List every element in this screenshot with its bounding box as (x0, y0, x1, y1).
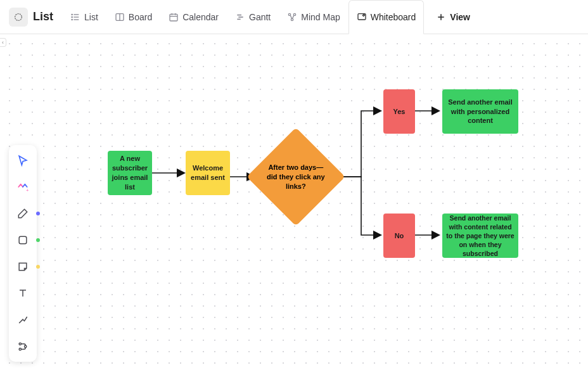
list-title-icon[interactable] (9, 8, 28, 27)
node-yes[interactable]: Yes (383, 89, 415, 134)
node-welcome-text: Welcome email sent (189, 163, 226, 182)
gantt-icon (235, 12, 245, 22)
left-toolbar: + (9, 145, 37, 362)
tab-whiteboard[interactable]: Whiteboard (348, 0, 425, 34)
tool-sticky[interactable] (11, 255, 34, 278)
arrow-decision-yes (338, 111, 380, 177)
svg-point-4 (72, 14, 72, 15)
plus-icon (436, 12, 446, 22)
tool-cursor[interactable] (11, 149, 34, 172)
arrow-decision-no (338, 177, 380, 235)
list-icon (70, 12, 80, 22)
pen-color-dot (36, 212, 40, 215)
node-no-action[interactable]: Send another email with content related … (442, 214, 518, 258)
svg-text:+: + (26, 188, 29, 193)
node-welcome[interactable]: Welcome email sent (186, 151, 230, 195)
tab-add-view-label: View (450, 12, 470, 22)
svg-point-26 (25, 345, 27, 347)
tab-calendar[interactable]: Calendar (160, 0, 227, 34)
node-yes-action[interactable]: Send another email with personalized con… (442, 89, 518, 134)
shape-color-dot (36, 238, 40, 242)
node-no[interactable]: No (383, 214, 415, 258)
tool-ai-shapes[interactable]: + (11, 175, 34, 198)
tab-board-label: Board (129, 12, 152, 22)
node-yes-action-text: Send another email with personalized con… (446, 98, 514, 126)
svg-point-25 (19, 348, 21, 350)
tab-calendar-label: Calendar (182, 12, 219, 22)
tab-whiteboard-label: Whiteboard (371, 12, 416, 22)
mindmap-icon (287, 12, 297, 22)
top-bar: List List Board Calendar Gantt (0, 0, 588, 34)
node-decision[interactable]: After two days—did they click any links? (246, 127, 345, 226)
page-title: List (33, 10, 53, 23)
whiteboard-icon (357, 12, 367, 22)
view-tabs: List Board Calendar Gantt Mind Map (62, 0, 478, 34)
tool-text[interactable] (11, 282, 34, 305)
tool-connector[interactable] (11, 309, 34, 331)
tab-list-label: List (84, 12, 98, 22)
svg-rect-23 (19, 236, 27, 244)
node-start-text: A new subscriber joins email list (112, 154, 148, 191)
node-no-text: No (395, 231, 404, 241)
svg-point-0 (15, 13, 22, 20)
svg-rect-9 (170, 14, 177, 21)
tab-list[interactable]: List (62, 0, 106, 34)
svg-point-6 (72, 19, 72, 20)
svg-point-18 (291, 18, 293, 20)
tab-add-view[interactable]: View (428, 0, 478, 34)
tab-board[interactable]: Board (106, 0, 160, 34)
whiteboard-canvas[interactable]: A new subscriber joins email list Welcom… (0, 34, 588, 370)
tool-more[interactable] (11, 335, 34, 358)
svg-point-17 (294, 13, 296, 15)
tab-mindmap-label: Mind Map (301, 12, 340, 22)
calendar-icon (169, 12, 179, 22)
sticky-color-dot (36, 265, 40, 269)
board-icon (115, 12, 125, 22)
node-start[interactable]: A new subscriber joins email list (108, 151, 152, 195)
tab-gantt-label: Gantt (249, 12, 271, 22)
tab-gantt[interactable]: Gantt (227, 0, 279, 34)
node-decision-text: After two days—did they click any links? (264, 163, 328, 191)
svg-point-16 (289, 13, 291, 15)
node-no-action-text: Send another email with content related … (446, 214, 514, 258)
title-block: List (9, 8, 53, 27)
node-yes-text: Yes (393, 107, 406, 117)
tool-shape[interactable] (11, 229, 34, 252)
svg-point-24 (19, 343, 21, 345)
svg-point-5 (72, 16, 72, 17)
tool-pen[interactable] (11, 202, 34, 225)
tab-mindmap[interactable]: Mind Map (279, 0, 348, 34)
